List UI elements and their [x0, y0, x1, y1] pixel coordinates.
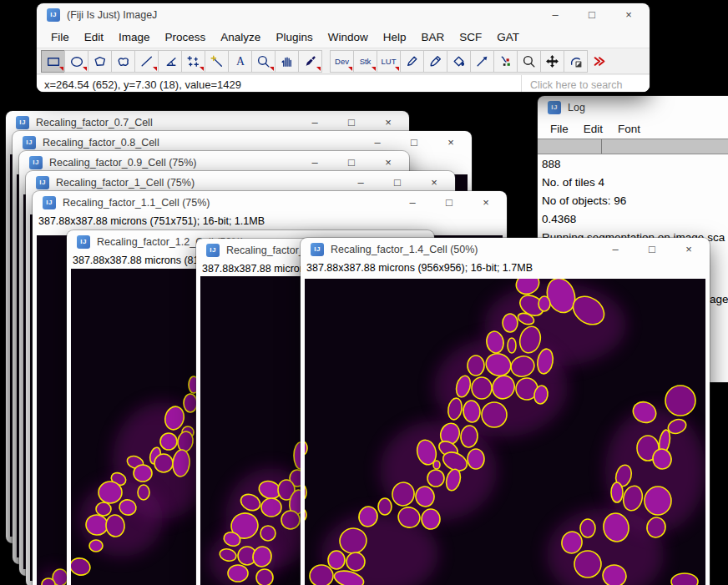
imagej-icon: IJ [23, 136, 36, 149]
menu-item-bar[interactable]: BAR [413, 31, 452, 43]
menu-item-edit[interactable]: Edit [77, 31, 111, 43]
maximize-button[interactable]: □ [586, 3, 598, 27]
menu-item-help[interactable]: Help [376, 31, 414, 43]
text-tool-icon: A [233, 54, 247, 68]
menu-item-window[interactable]: Window [321, 31, 376, 43]
tool-options-indicator [270, 67, 274, 71]
oval-tool-icon [69, 54, 83, 68]
brush-tool-button[interactable] [423, 50, 447, 73]
pencil-tool-icon [405, 54, 419, 68]
menu-item-file[interactable]: File [43, 31, 77, 43]
tool-options-indicator [153, 67, 157, 71]
lut-menu-tool-button[interactable]: LUT [377, 50, 401, 73]
imagej-icon: IJ [77, 235, 90, 249]
imagej-icon: IJ [36, 176, 49, 189]
imagej-icon: IJ [43, 196, 56, 209]
lut-menu-tool-icon: LUT [382, 57, 397, 66]
window-recaling-1.4[interactable]: IJ Recaling_factor_1.4_Cell (50%) – □ × … [301, 238, 710, 585]
fill-tool-button[interactable] [447, 50, 471, 73]
wand-tool-button[interactable] [205, 50, 229, 73]
window-title: Recaling_factor_0.7_Cell [36, 117, 153, 129]
zoom-tool-button[interactable] [251, 50, 276, 73]
minimize-button[interactable]: – [609, 238, 621, 261]
maximize-button[interactable]: □ [408, 131, 420, 154]
fill-tool-icon [452, 54, 466, 68]
brush-tool-icon [428, 54, 442, 68]
dev-menu-tool-icon: Dev [335, 57, 349, 66]
maximize-button[interactable]: □ [443, 191, 455, 214]
menu-item-scf[interactable]: SCF [452, 31, 489, 43]
close-button[interactable]: × [445, 131, 457, 154]
tool-options-indicator [200, 67, 204, 71]
close-button[interactable]: × [480, 191, 492, 214]
menu-item-process[interactable]: Process [158, 31, 214, 43]
menu-item-edit[interactable]: Edit [576, 123, 610, 135]
overlay-tool-button[interactable] [564, 50, 588, 73]
menu-item-plugins[interactable]: Plugins [268, 31, 320, 43]
more-tools-icon [592, 54, 606, 68]
polygon-tool-button[interactable] [88, 50, 112, 73]
tool-options-indicator [83, 67, 87, 71]
maximize-button[interactable]: □ [646, 238, 658, 261]
zoom-tool-icon [256, 54, 270, 68]
rectangle-tool-button[interactable] [41, 50, 65, 73]
polygon-tool-icon [93, 54, 107, 68]
point-tool-icon [186, 54, 200, 68]
window-titlebar[interactable]: IJ Recaling_factor_1.4_Cell (50%) – □ × [301, 238, 710, 261]
close-button[interactable]: × [683, 238, 695, 261]
arrow-tool-button[interactable] [470, 50, 494, 73]
imagej-icon: IJ [206, 244, 220, 257]
menu-item-file[interactable]: File [543, 123, 576, 135]
window-imagej-main[interactable]: IJ (Fiji Is Just) ImageJ – □ × FileEditI… [37, 3, 650, 92]
action-tool-button[interactable] [493, 50, 518, 73]
tool-options-indicator [372, 67, 376, 71]
angle-tool-button[interactable] [158, 50, 182, 73]
pencil-tool-button[interactable] [400, 50, 424, 73]
minimize-button[interactable]: – [407, 191, 418, 214]
log-line: No. of tiles 4 [542, 174, 728, 192]
oval-tool-button[interactable] [64, 50, 88, 73]
log-titlebar[interactable]: IJ Log [538, 96, 728, 119]
point-tool-button[interactable] [181, 50, 205, 73]
imagej-icon: IJ [16, 116, 29, 129]
search-input[interactable]: Click here to search [521, 75, 650, 92]
arrow-tool-icon [475, 54, 489, 68]
menu-item-gat[interactable]: GAT [489, 31, 527, 43]
main-toolbar: ADevStkLUT [37, 48, 650, 74]
imagej-icon: IJ [548, 101, 561, 114]
log-line: 0.4368 [542, 210, 728, 229]
text-tool-button[interactable]: A [228, 50, 252, 73]
menu-item-font[interactable]: Font [610, 123, 648, 135]
window-title: Recaling_factor_0.9_Cell (75%) [49, 157, 196, 169]
magnifier-tool-icon [522, 54, 536, 68]
close-button[interactable]: × [623, 3, 634, 27]
colorpicker-tool-icon [303, 54, 317, 68]
menu-item-analyze[interactable]: Analyze [213, 31, 268, 43]
log-line: 888 [542, 155, 728, 174]
scroll-tool-button[interactable] [540, 50, 564, 73]
image-info: 387.88x387.88 microns (751x751); 16-bit;… [33, 214, 507, 230]
more-tools-button[interactable] [587, 50, 611, 73]
line-tool-button[interactable] [134, 50, 159, 73]
cell-image [305, 279, 705, 585]
image-info: 387.88x387.88 microns (956x956); 16-bit;… [301, 261, 710, 277]
main-titlebar[interactable]: IJ (Fiji Is Just) ImageJ – □ × [37, 3, 650, 27]
main-title: (Fiji Is Just) ImageJ [67, 9, 157, 21]
hand-tool-button[interactable] [275, 50, 299, 73]
stk-menu-tool-button[interactable]: Stk [353, 50, 377, 73]
overlay-tool-icon [569, 54, 583, 68]
dev-menu-tool-button[interactable]: Dev [330, 50, 354, 73]
tool-options-indicator [348, 67, 352, 71]
main-statusbar: x=264.54 (652), y=7.30 (18), value=1429 … [37, 74, 650, 92]
image-canvas[interactable] [305, 279, 705, 585]
colorpicker-tool-button[interactable] [298, 50, 322, 73]
magnifier-tool-button[interactable] [517, 50, 541, 73]
log-line-fragment: age [710, 293, 728, 305]
menu-item-image[interactable]: Image [111, 31, 158, 43]
cursor-coordinates: x=264.54 (652), y=7.30 (18), value=1429 [37, 78, 241, 91]
svg-text:A: A [236, 55, 245, 68]
freehand-tool-button[interactable] [111, 50, 135, 73]
minimize-button[interactable]: – [549, 3, 561, 27]
window-titlebar[interactable]: IJ Recaling_factor_1.1_Cell (75%) – □ × [33, 191, 507, 214]
tool-options-indicator [395, 67, 399, 71]
